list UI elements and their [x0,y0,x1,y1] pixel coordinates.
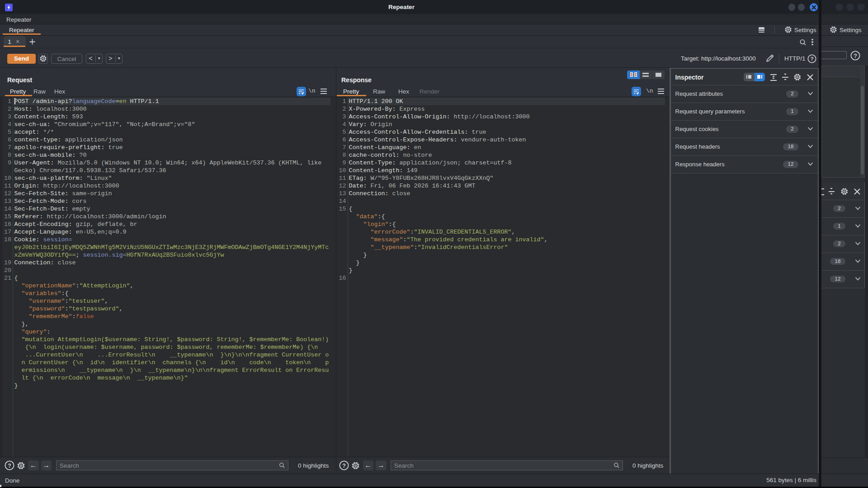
svg-text:?: ? [810,56,813,62]
svg-text:?: ? [854,52,857,59]
svg-text:?: ? [342,462,346,469]
svg-text:?: ? [8,462,11,469]
